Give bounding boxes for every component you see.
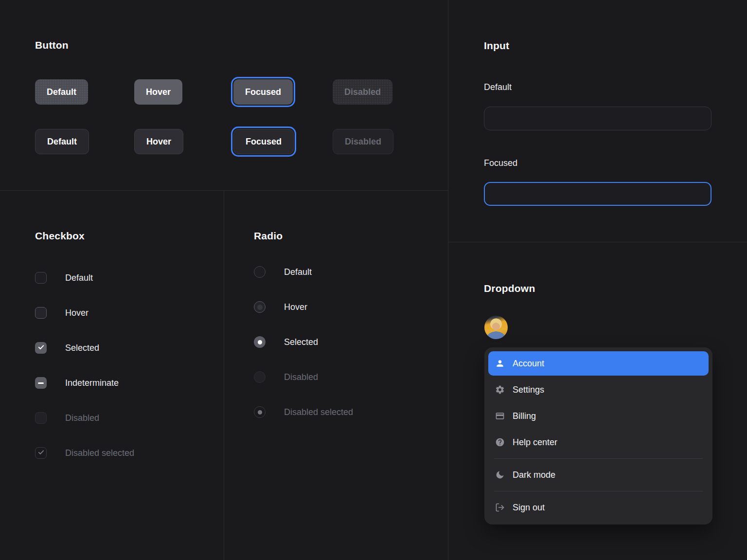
radio-list: Default Hover Selected Disabled Disabled… xyxy=(254,260,353,435)
indeterminate-dash-icon xyxy=(38,382,44,384)
menu-item-sign-out[interactable]: Sign out xyxy=(488,494,709,521)
menu-item-label: Sign out xyxy=(513,503,545,513)
checkbox-section-title: Checkbox xyxy=(35,230,85,242)
checkbox-hover-label: Hover xyxy=(65,308,89,318)
checkmark-icon xyxy=(37,449,45,458)
checkbox-disabled-label: Disabled xyxy=(65,413,99,423)
menu-divider xyxy=(494,458,703,459)
user-icon xyxy=(495,359,505,368)
menu-item-billing[interactable]: Billing xyxy=(488,403,709,429)
checkbox-selected-label: Selected xyxy=(65,343,99,353)
checkbox-disabled[interactable] xyxy=(35,412,47,424)
input-default-field[interactable] xyxy=(484,107,711,130)
checkbox-default-label: Default xyxy=(65,273,93,283)
user-avatar[interactable] xyxy=(484,316,508,339)
checkbox-default[interactable] xyxy=(35,272,47,284)
checkbox-row-default: Default xyxy=(35,266,134,289)
radio-hover-label: Hover xyxy=(284,302,307,312)
dropdown-section-title: Dropdown xyxy=(484,283,535,294)
moon-icon xyxy=(495,470,505,480)
checkmark-icon xyxy=(37,343,45,353)
radio-section-title: Radio xyxy=(254,230,283,242)
checkbox-row-hover: Hover xyxy=(35,301,134,325)
divider-vertical-mid xyxy=(224,191,224,560)
sign-out-icon xyxy=(495,503,505,512)
radio-row-default: Default xyxy=(254,260,353,284)
gear-icon xyxy=(495,385,505,395)
radio-row-disabled-selected: Disabled selected xyxy=(254,400,353,424)
input-focused-field[interactable] xyxy=(484,182,711,206)
menu-divider xyxy=(494,491,703,491)
button-solid-focused[interactable]: Focused xyxy=(233,79,293,105)
checkbox-row-disabled-selected: Disabled selected xyxy=(35,441,134,465)
menu-item-help-center[interactable]: Help center xyxy=(488,429,709,455)
radio-selected-label: Selected xyxy=(284,337,318,347)
checkbox-row-indeterminate: Indeterminate xyxy=(35,371,134,395)
menu-item-account[interactable]: Account xyxy=(488,351,709,376)
button-ghost-disabled[interactable]: Disabled xyxy=(333,129,393,154)
menu-item-label: Billing xyxy=(513,411,536,421)
button-solid-disabled[interactable]: Disabled xyxy=(333,79,392,105)
checkbox-row-selected: Selected xyxy=(35,336,134,360)
checkbox-indeterminate[interactable] xyxy=(35,377,47,389)
menu-item-dark-mode[interactable]: Dark mode xyxy=(488,462,709,488)
radio-default[interactable] xyxy=(254,266,266,278)
component-gallery: Button Default Hover Focused Disabled De… xyxy=(0,0,747,560)
radio-disabled-label: Disabled xyxy=(284,372,318,382)
help-icon xyxy=(495,437,505,447)
button-solid-hover[interactable]: Hover xyxy=(134,79,182,105)
checkbox-selected[interactable] xyxy=(35,342,47,354)
radio-disabled[interactable] xyxy=(254,371,266,383)
checkbox-row-disabled: Disabled xyxy=(35,406,134,430)
button-ghost-hover[interactable]: Hover xyxy=(134,129,183,154)
input-section-title: Input xyxy=(484,40,509,52)
credit-card-icon xyxy=(495,411,505,421)
button-ghost-focused[interactable]: Focused xyxy=(233,129,294,154)
checkbox-list: Default Hover Selected Indeterminate Dis… xyxy=(35,266,134,476)
input-focused-label: Focused xyxy=(484,158,517,168)
checkbox-disabled-selected[interactable] xyxy=(35,447,47,459)
radio-selected[interactable] xyxy=(254,336,266,348)
radio-default-label: Default xyxy=(284,267,312,277)
menu-item-settings[interactable]: Settings xyxy=(488,377,709,403)
checkbox-indeterminate-label: Indeterminate xyxy=(65,378,119,388)
dropdown-menu: Account Settings Billing Help center xyxy=(484,347,712,524)
menu-item-label: Settings xyxy=(513,385,544,395)
radio-disabled-selected[interactable] xyxy=(254,406,266,418)
radio-hover[interactable] xyxy=(254,301,266,313)
menu-item-label: Dark mode xyxy=(513,470,555,480)
button-section-title: Button xyxy=(35,39,69,51)
button-ghost-default[interactable]: Default xyxy=(35,129,89,154)
divider-horizontal-right xyxy=(448,242,747,242)
button-solid-default[interactable]: Default xyxy=(35,79,88,105)
radio-row-selected: Selected xyxy=(254,330,353,354)
input-default-label: Default xyxy=(484,82,512,92)
divider-vertical-main xyxy=(448,0,448,560)
radio-row-disabled: Disabled xyxy=(254,365,353,389)
menu-item-label: Help center xyxy=(513,437,557,448)
radio-disabled-selected-label: Disabled selected xyxy=(284,407,353,417)
checkbox-hover[interactable] xyxy=(35,307,47,319)
checkbox-disabled-selected-label: Disabled selected xyxy=(65,448,134,458)
menu-item-label: Account xyxy=(513,359,544,369)
radio-row-hover: Hover xyxy=(254,295,353,319)
